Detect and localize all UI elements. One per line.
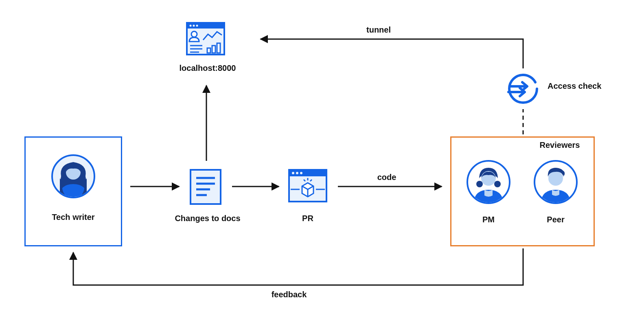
arrows-layer <box>0 0 644 316</box>
code-label: code <box>366 173 407 182</box>
arrow-feedback <box>73 248 523 285</box>
tunnel-label: tunnel <box>354 25 403 35</box>
feedback-label: feedback <box>261 290 318 299</box>
arrow-tunnel <box>261 39 523 68</box>
